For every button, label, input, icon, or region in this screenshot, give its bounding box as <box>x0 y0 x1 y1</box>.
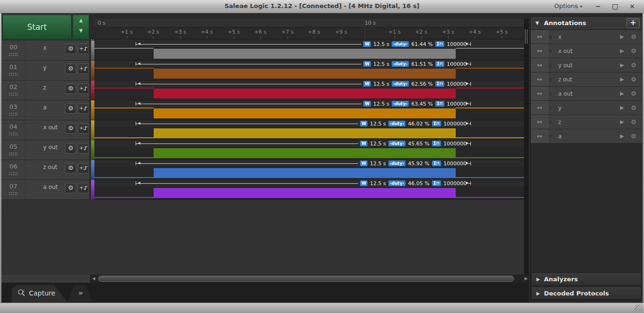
play-icon[interactable]: ▶ <box>620 90 624 97</box>
timeline-major-row[interactable]: 0 s 10 s <box>94 19 525 27</box>
play-icon[interactable]: ▶ <box>620 133 624 139</box>
title-bar[interactable]: Saleae Logic 1.2.12 - [Connected] - [4 M… <box>0 0 644 13</box>
drag-handle-icon[interactable] <box>9 73 10 74</box>
waveform-row[interactable]: W 12.5 s ‹duty› 46.05 % Σ⊓ 1000000 <box>94 180 525 200</box>
gear-icon[interactable]: ⚙ <box>631 76 636 83</box>
channel-label[interactable]: y <box>43 64 46 71</box>
annotation-row[interactable]: ↔ ‹ y out ▶ ⚙ <box>531 58 642 72</box>
annotation-row[interactable]: ↔ ‹ z ▶ ⚙ <box>531 115 642 129</box>
channel-settings-button[interactable]: ⚙ <box>65 83 76 94</box>
measurement-range-line[interactable]: W 12.5 s ‹duty› 46.02 % Σ⊓ 1000000 <box>136 122 471 125</box>
measurement-range-line[interactable]: W 12.5 s ‹duty› 45.92 % Σ⊓ 1000000 <box>136 161 471 165</box>
channel-number-cell[interactable]: 05 <box>1 140 25 160</box>
annotation-label[interactable]: x <box>558 34 561 40</box>
channel-number-cell[interactable]: 03 <box>1 100 25 120</box>
channel-row[interactable]: 05 y out ⚙ + <box>1 140 89 160</box>
collapse-triangle-icon[interactable]: ▼ <box>535 20 539 26</box>
measurement-range-line[interactable]: W 12.5 s ‹duty› 45.65 % Σ⊓ 1000000 <box>136 142 471 145</box>
timeline-tick-row[interactable]: +1 s +2 s +3 s +4 s <box>94 27 525 39</box>
gear-icon[interactable]: ⚙ <box>631 104 636 111</box>
channel-number-cell[interactable]: 00 <box>1 41 25 60</box>
channel-row[interactable]: 07 a out ⚙ + <box>1 180 89 200</box>
digital-waveform[interactable] <box>94 87 525 100</box>
add-analyzer-button[interactable]: + <box>78 163 89 173</box>
digital-waveform[interactable] <box>94 67 525 80</box>
resize-grip-icon[interactable] <box>635 304 642 311</box>
annotation-label[interactable]: x out <box>558 48 573 54</box>
play-icon[interactable]: ▶ <box>620 105 624 111</box>
waveform-row[interactable]: W 12.5 s ‹duty› 61.51 % Σ⊓ 100000 <box>94 61 525 80</box>
play-icon[interactable]: ▶ <box>620 34 624 40</box>
annotation-label[interactable]: y <box>558 105 561 111</box>
channel-number-cell[interactable]: 06 <box>1 160 25 179</box>
expand-triangle-icon[interactable]: ▶ <box>536 291 540 296</box>
annotation-label[interactable]: a out <box>558 90 573 97</box>
annotation-label[interactable]: y out <box>558 62 573 69</box>
measurement-range-line[interactable]: W 12.5 s ‹duty› 61.44 % Σ⊓ 100000 <box>136 42 471 46</box>
decoded-protocols-header[interactable]: ▶ Decoded Protocols <box>531 286 642 300</box>
channel-row[interactable]: 03 a ⚙ + <box>1 100 89 120</box>
resize-handle[interactable]: ↔ <box>531 44 549 58</box>
channel-label[interactable]: z out <box>43 164 57 170</box>
drag-handle-icon[interactable] <box>9 192 10 193</box>
channel-number-cell[interactable]: 04 <box>1 120 25 140</box>
vertical-scrollbar[interactable] <box>524 19 529 275</box>
annotation-row[interactable]: ↔ ‹ z out ▶ ⚙ <box>531 72 642 87</box>
channel-row[interactable]: 00 x ⚙ + <box>1 41 89 61</box>
add-analyzer-button[interactable]: + <box>78 143 89 153</box>
channel-row[interactable]: 06 z out ⚙ + <box>1 160 89 180</box>
digital-waveform[interactable] <box>94 47 525 60</box>
channel-settings-button[interactable]: ⚙ <box>65 123 76 134</box>
digital-waveform[interactable] <box>94 107 525 120</box>
tab-more[interactable]: » <box>68 285 92 303</box>
channel-label[interactable]: x <box>43 45 46 51</box>
annotation-row[interactable]: ↔ ‹ y ▶ ⚙ <box>531 101 642 115</box>
annotation-label[interactable]: z <box>558 119 561 125</box>
channel-label[interactable]: z <box>43 84 46 91</box>
arrow-up-icon[interactable]: ▲ <box>73 15 89 26</box>
add-analyzer-button[interactable]: + <box>78 123 89 134</box>
annotations-header[interactable]: ▼ Annotations + <box>531 17 642 30</box>
resize-handle[interactable]: ↔ <box>531 129 549 143</box>
channel-settings-button[interactable]: ⚙ <box>65 44 76 54</box>
annotation-row[interactable]: ↔ ‹ a out ▶ ⚙ <box>531 87 642 101</box>
channel-row[interactable]: 02 z ⚙ + <box>1 80 89 100</box>
resize-handle[interactable]: ↔ <box>531 87 549 100</box>
annotation-row[interactable]: ↔ ‹ x ▶ ⚙ <box>531 30 642 44</box>
gear-icon[interactable]: ⚙ <box>631 118 636 125</box>
measurement-range-line[interactable]: W 12.5 s ‹duty› 46.05 % Σ⊓ 1000000 <box>136 181 471 185</box>
play-icon[interactable]: ▶ <box>620 119 624 125</box>
gear-icon[interactable]: ⚙ <box>631 33 636 40</box>
close-button[interactable]: × <box>625 1 639 11</box>
channel-number-cell[interactable]: 07 <box>1 180 25 199</box>
add-analyzer-button[interactable]: + <box>78 63 89 74</box>
drag-handle-icon[interactable] <box>9 53 10 54</box>
add-analyzer-button[interactable]: + <box>78 183 89 193</box>
expand-triangle-icon[interactable]: ▶ <box>536 277 540 282</box>
digital-waveform[interactable] <box>94 147 525 160</box>
channel-label[interactable]: y out <box>43 144 58 151</box>
drag-handle-icon[interactable] <box>9 152 10 153</box>
waveform-row[interactable]: W 12.5 s ‹duty› 46.02 % Σ⊓ 1000000 <box>94 120 525 140</box>
channel-label[interactable]: x out <box>43 124 58 131</box>
channel-number-cell[interactable]: 02 <box>1 80 25 100</box>
play-icon[interactable]: ▶ <box>620 48 624 54</box>
channel-settings-button[interactable]: ⚙ <box>65 163 76 173</box>
play-icon[interactable]: ▶ <box>620 62 624 68</box>
gear-icon[interactable]: ⚙ <box>631 47 636 54</box>
drag-handle-icon[interactable] <box>9 133 10 134</box>
drag-handle-icon[interactable] <box>9 93 10 94</box>
add-analyzer-button[interactable]: + <box>78 44 89 54</box>
analyzers-header[interactable]: ▶ Analyzers <box>531 272 642 286</box>
gear-icon[interactable]: ⚙ <box>631 62 636 69</box>
digital-waveform[interactable] <box>94 167 525 179</box>
capture-settings-stepper[interactable]: ▲ ▼ <box>73 15 89 39</box>
channel-label[interactable]: a out <box>43 184 58 190</box>
resize-handle[interactable]: ↔ <box>531 58 549 72</box>
gear-icon[interactable]: ⚙ <box>631 133 636 140</box>
options-menu-button[interactable]: Options ▾ <box>554 2 582 9</box>
play-icon[interactable]: ▶ <box>620 76 624 82</box>
channel-row[interactable]: 04 x out ⚙ + <box>1 120 89 140</box>
waveform-row[interactable]: W 12.5 s ‹duty› 61.44 % Σ⊓ 100000 <box>94 41 525 61</box>
resize-handle[interactable]: ↔ <box>531 72 549 86</box>
